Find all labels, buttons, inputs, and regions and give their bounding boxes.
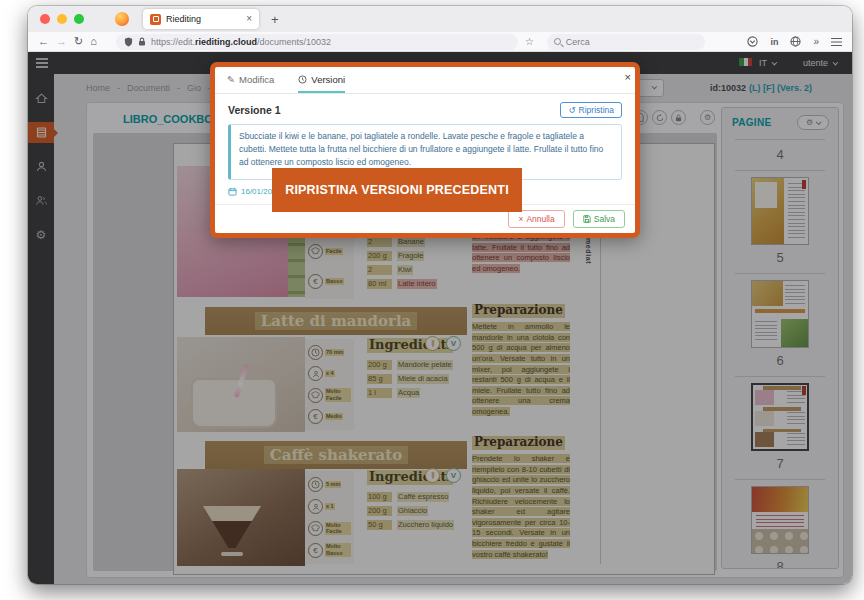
tab-title: Riediting (166, 14, 201, 24)
bookmark-star-icon[interactable]: ☆ (525, 36, 534, 47)
linkedin-icon[interactable]: in (770, 37, 778, 47)
forward-icon[interactable]: → (56, 36, 67, 47)
modal-tabs: ✎ Modifica Versioni × (215, 67, 635, 94)
ripristina-button[interactable]: ↺ Ripristina (560, 102, 622, 118)
save-icon (583, 215, 591, 223)
reload-icon[interactable]: ↻ (74, 36, 83, 47)
menu-icon[interactable] (831, 38, 842, 39)
maximize-window-button[interactable] (74, 14, 84, 24)
search-placeholder: Cerca (566, 37, 590, 47)
salva-button[interactable]: Salva (573, 210, 625, 228)
browser-tab-bar: Riediting × + (28, 6, 852, 32)
clock-icon (298, 75, 307, 84)
tab-modifica[interactable]: ✎ Modifica (227, 67, 274, 93)
home-icon[interactable]: ⌂ (90, 36, 97, 47)
restore-icon: ↺ (568, 105, 575, 115)
version-title: Versione 1 (228, 104, 281, 116)
riediting-app: IT utente ⚙ (28, 52, 852, 584)
globe-icon[interactable] (790, 36, 801, 47)
pocket-icon[interactable] (747, 36, 758, 47)
url-text: https://edit.riediting.cloud/documents/1… (151, 37, 331, 47)
lock-icon[interactable] (138, 37, 146, 46)
minimize-window-button[interactable] (57, 14, 67, 24)
annulla-button[interactable]: × Annulla (508, 210, 564, 228)
back-icon[interactable]: ← (38, 36, 49, 47)
close-window-button[interactable] (40, 14, 50, 24)
search-bar[interactable]: Cerca (547, 34, 705, 50)
url-bar[interactable]: https://edit.riediting.cloud/documents/1… (116, 34, 518, 50)
browser-toolbar: ← → ↻ ⌂ https://edit.riediting.cloud/doc… (28, 32, 852, 52)
new-tab-button[interactable]: + (271, 12, 279, 27)
search-icon (554, 38, 561, 45)
browser-window: Riediting × + ← → ↻ ⌂ https://edit.riedi… (28, 6, 852, 584)
pencil-icon: ✎ (227, 74, 235, 85)
tab-versioni[interactable]: Versioni (298, 67, 345, 93)
overflow-icon[interactable]: » (813, 36, 819, 47)
firefox-view-icon[interactable] (115, 12, 129, 26)
cancel-icon: × (518, 214, 523, 224)
restore-versions-banner: RIPRISTINA VERSIONI PRECEDENTI (272, 168, 522, 212)
riediting-favicon-icon (150, 14, 161, 25)
close-icon[interactable]: × (625, 72, 631, 83)
browser-tab[interactable]: Riediting × (143, 9, 259, 29)
shield-icon[interactable] (124, 37, 133, 47)
toolbar-extensions: in » (747, 36, 842, 47)
calendar-icon (228, 187, 237, 196)
tab-close-icon[interactable]: × (246, 14, 252, 24)
